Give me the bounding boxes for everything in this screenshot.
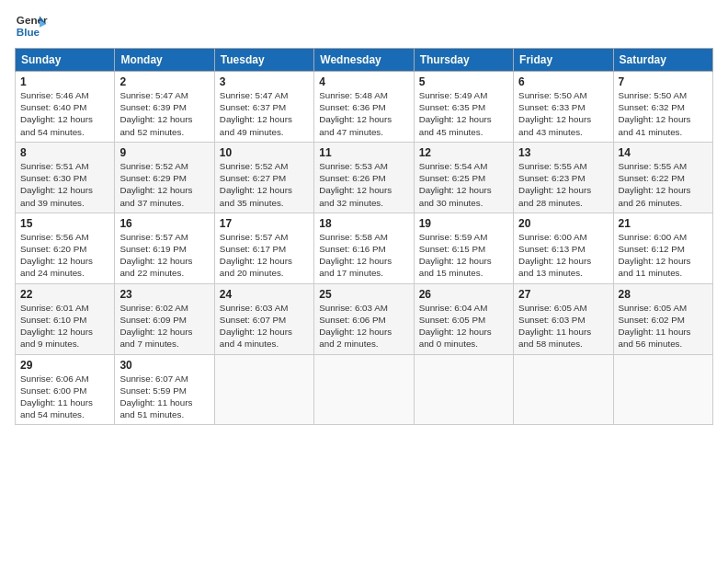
day-number: 26 (419, 288, 508, 301)
day-number: 12 (419, 146, 508, 159)
day-info: Sunrise: 5:48 AM Sunset: 6:36 PM Dayligh… (319, 89, 408, 138)
day-info: Sunrise: 5:52 AM Sunset: 6:29 PM Dayligh… (119, 160, 209, 209)
calendar-cell: 18Sunrise: 5:58 AM Sunset: 6:16 PM Dayli… (314, 213, 414, 283)
calendar-cell: 19Sunrise: 5:59 AM Sunset: 6:15 PM Dayli… (414, 213, 513, 283)
calendar-week-4: 22Sunrise: 6:01 AM Sunset: 6:10 PM Dayli… (16, 283, 713, 354)
day-info: Sunrise: 6:04 AM Sunset: 6:05 PM Dayligh… (419, 302, 508, 350)
calendar-week-2: 8Sunrise: 5:51 AM Sunset: 6:30 PM Daylig… (16, 142, 713, 213)
calendar-cell: 2Sunrise: 5:47 AM Sunset: 6:39 PM Daylig… (115, 72, 214, 143)
day-info: Sunrise: 6:05 AM Sunset: 6:02 PM Dayligh… (619, 302, 708, 350)
weekday-header-thursday: Thursday (414, 49, 513, 72)
day-number: 27 (518, 288, 608, 301)
day-number: 18 (319, 217, 408, 230)
calendar-cell: 11Sunrise: 5:53 AM Sunset: 6:26 PM Dayli… (314, 142, 414, 213)
day-info: Sunrise: 5:53 AM Sunset: 6:26 PM Dayligh… (319, 160, 408, 209)
calendar-cell: 30Sunrise: 6:07 AM Sunset: 5:59 PM Dayli… (115, 354, 214, 425)
day-info: Sunrise: 5:47 AM Sunset: 6:37 PM Dayligh… (220, 89, 309, 138)
calendar-cell: 26Sunrise: 6:04 AM Sunset: 6:05 PM Dayli… (414, 283, 513, 354)
day-number: 3 (220, 75, 309, 88)
calendar-cell: 5Sunrise: 5:49 AM Sunset: 6:35 PM Daylig… (414, 72, 513, 143)
weekday-header-tuesday: Tuesday (214, 49, 313, 72)
weekday-header-wednesday: Wednesday (314, 49, 414, 72)
day-number: 9 (119, 146, 209, 159)
calendar-table: SundayMondayTuesdayWednesdayThursdayFrid… (15, 48, 713, 425)
calendar-cell: 29Sunrise: 6:06 AM Sunset: 6:00 PM Dayli… (16, 354, 115, 425)
calendar-cell (214, 354, 313, 425)
day-number: 20 (518, 217, 608, 230)
day-number: 13 (518, 146, 608, 159)
day-number: 19 (419, 217, 508, 230)
calendar-cell: 25Sunrise: 6:03 AM Sunset: 6:06 PM Dayli… (314, 283, 414, 354)
day-info: Sunrise: 5:59 AM Sunset: 6:15 PM Dayligh… (419, 231, 508, 280)
day-number: 4 (319, 75, 408, 88)
day-number: 22 (20, 288, 109, 301)
day-number: 5 (419, 75, 508, 88)
day-info: Sunrise: 5:47 AM Sunset: 6:39 PM Dayligh… (119, 89, 209, 138)
day-info: Sunrise: 6:00 AM Sunset: 6:12 PM Dayligh… (619, 231, 708, 280)
day-number: 8 (20, 146, 109, 159)
day-info: Sunrise: 5:46 AM Sunset: 6:40 PM Dayligh… (20, 89, 109, 138)
day-info: Sunrise: 6:03 AM Sunset: 6:06 PM Dayligh… (319, 302, 408, 350)
calendar-cell: 17Sunrise: 5:57 AM Sunset: 6:17 PM Dayli… (214, 213, 313, 283)
day-info: Sunrise: 5:55 AM Sunset: 6:23 PM Dayligh… (518, 160, 608, 209)
weekday-header-friday: Friday (514, 49, 613, 72)
day-number: 25 (319, 288, 408, 301)
day-info: Sunrise: 6:00 AM Sunset: 6:13 PM Dayligh… (518, 231, 608, 280)
day-info: Sunrise: 5:56 AM Sunset: 6:20 PM Dayligh… (20, 231, 109, 280)
day-info: Sunrise: 5:58 AM Sunset: 6:16 PM Dayligh… (319, 231, 408, 280)
calendar-cell: 9Sunrise: 5:52 AM Sunset: 6:29 PM Daylig… (115, 142, 214, 213)
calendar-cell (613, 354, 712, 425)
calendar-cell (314, 354, 414, 425)
page: General Blue SundayMondayTuesdayWednesda… (0, 0, 728, 563)
day-number: 30 (119, 359, 209, 372)
day-number: 14 (619, 146, 708, 159)
calendar-cell: 23Sunrise: 6:02 AM Sunset: 6:09 PM Dayli… (115, 283, 214, 354)
calendar-week-3: 15Sunrise: 5:56 AM Sunset: 6:20 PM Dayli… (16, 213, 713, 283)
day-number: 16 (119, 217, 209, 230)
day-number: 28 (619, 288, 708, 301)
weekday-header-sunday: Sunday (16, 49, 115, 72)
calendar-cell (414, 354, 513, 425)
calendar-cell: 6Sunrise: 5:50 AM Sunset: 6:33 PM Daylig… (514, 72, 613, 143)
day-info: Sunrise: 6:06 AM Sunset: 6:00 PM Dayligh… (20, 373, 109, 421)
day-number: 11 (319, 146, 408, 159)
day-number: 23 (119, 288, 209, 301)
day-info: Sunrise: 5:51 AM Sunset: 6:30 PM Dayligh… (20, 160, 109, 209)
calendar-cell: 27Sunrise: 6:05 AM Sunset: 6:03 PM Dayli… (514, 283, 613, 354)
day-info: Sunrise: 5:52 AM Sunset: 6:27 PM Dayligh… (220, 160, 309, 209)
day-info: Sunrise: 6:07 AM Sunset: 5:59 PM Dayligh… (119, 373, 209, 421)
day-info: Sunrise: 5:54 AM Sunset: 6:25 PM Dayligh… (419, 160, 508, 209)
day-info: Sunrise: 6:01 AM Sunset: 6:10 PM Dayligh… (20, 302, 109, 350)
day-info: Sunrise: 5:50 AM Sunset: 6:33 PM Dayligh… (518, 89, 608, 138)
weekday-header-saturday: Saturday (613, 49, 712, 72)
weekday-header-monday: Monday (115, 49, 214, 72)
calendar-cell: 12Sunrise: 5:54 AM Sunset: 6:25 PM Dayli… (414, 142, 513, 213)
calendar-cell: 4Sunrise: 5:48 AM Sunset: 6:36 PM Daylig… (314, 72, 414, 143)
calendar-cell: 10Sunrise: 5:52 AM Sunset: 6:27 PM Dayli… (214, 142, 313, 213)
day-info: Sunrise: 6:03 AM Sunset: 6:07 PM Dayligh… (220, 302, 309, 350)
header: General Blue (15, 9, 713, 42)
calendar-cell: 21Sunrise: 6:00 AM Sunset: 6:12 PM Dayli… (613, 213, 712, 283)
calendar-cell: 20Sunrise: 6:00 AM Sunset: 6:13 PM Dayli… (514, 213, 613, 283)
day-number: 7 (619, 75, 708, 88)
logo-icon: General Blue (15, 9, 48, 42)
day-number: 29 (20, 359, 109, 372)
calendar-cell: 24Sunrise: 6:03 AM Sunset: 6:07 PM Dayli… (214, 283, 313, 354)
calendar-cell: 13Sunrise: 5:55 AM Sunset: 6:23 PM Dayli… (514, 142, 613, 213)
day-info: Sunrise: 6:05 AM Sunset: 6:03 PM Dayligh… (518, 302, 608, 350)
day-info: Sunrise: 5:49 AM Sunset: 6:35 PM Dayligh… (419, 89, 508, 138)
day-number: 21 (619, 217, 708, 230)
logo: General Blue (15, 9, 48, 42)
calendar-week-1: 1Sunrise: 5:46 AM Sunset: 6:40 PM Daylig… (16, 72, 713, 143)
day-info: Sunrise: 5:57 AM Sunset: 6:17 PM Dayligh… (220, 231, 309, 280)
day-info: Sunrise: 5:57 AM Sunset: 6:19 PM Dayligh… (119, 231, 209, 280)
calendar-cell: 1Sunrise: 5:46 AM Sunset: 6:40 PM Daylig… (16, 72, 115, 143)
calendar-cell: 28Sunrise: 6:05 AM Sunset: 6:02 PM Dayli… (613, 283, 712, 354)
day-number: 15 (20, 217, 109, 230)
day-number: 2 (119, 75, 209, 88)
calendar-cell: 15Sunrise: 5:56 AM Sunset: 6:20 PM Dayli… (16, 213, 115, 283)
calendar-cell: 22Sunrise: 6:01 AM Sunset: 6:10 PM Dayli… (16, 283, 115, 354)
day-number: 17 (220, 217, 309, 230)
calendar-cell: 7Sunrise: 5:50 AM Sunset: 6:32 PM Daylig… (613, 72, 712, 143)
day-info: Sunrise: 5:50 AM Sunset: 6:32 PM Dayligh… (619, 89, 708, 138)
